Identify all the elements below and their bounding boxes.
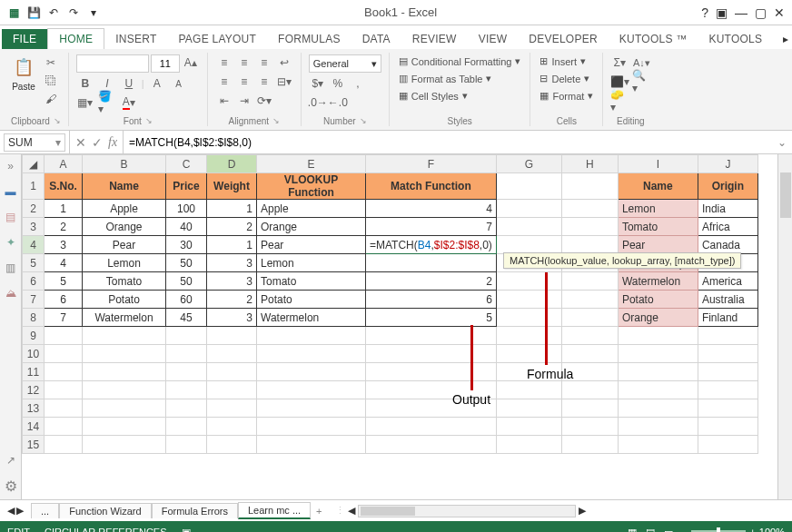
cell[interactable] xyxy=(207,436,257,454)
col-header-i[interactable]: I xyxy=(618,155,698,173)
cell[interactable]: 6 xyxy=(366,291,497,309)
cell[interactable]: 50 xyxy=(166,254,207,272)
cell[interactable] xyxy=(698,345,757,363)
sheet-tab-dots[interactable]: ... xyxy=(31,503,59,518)
number-format-select[interactable]: General▾ xyxy=(309,54,381,73)
comma-icon[interactable]: , xyxy=(349,75,367,92)
cell[interactable]: 60 xyxy=(166,291,207,309)
cell[interactable] xyxy=(83,345,166,363)
cell[interactable] xyxy=(166,363,207,381)
cell[interactable] xyxy=(257,436,366,454)
cell[interactable] xyxy=(561,236,618,254)
row-header[interactable]: 11 xyxy=(23,363,45,381)
cell[interactable] xyxy=(207,345,257,363)
cell[interactable] xyxy=(83,363,166,381)
grid[interactable]: ◢ A B C D E F G H I J 1 S.No. Name Price… xyxy=(22,154,792,499)
cell[interactable] xyxy=(561,291,618,309)
cell[interactable] xyxy=(166,399,207,418)
align-top-icon[interactable]: ≡ xyxy=(215,54,233,71)
cell[interactable] xyxy=(366,327,497,345)
vertical-scrollbar[interactable] xyxy=(777,154,792,499)
cell[interactable] xyxy=(166,345,207,363)
sheet-tab-formula-errors[interactable]: Formula Errors xyxy=(152,503,238,518)
sheet-tab-function-wizard[interactable]: Function Wizard xyxy=(59,503,151,518)
font-color-icon[interactable]: A▾ xyxy=(120,94,138,111)
cell[interactable]: Apple xyxy=(83,200,166,218)
name-box[interactable]: SUM▾ xyxy=(4,133,65,152)
indent-increase-icon[interactable]: ⇥ xyxy=(235,93,253,109)
cell[interactable] xyxy=(257,363,366,381)
cell[interactable]: =MATCH(B4,$I$2:$I$8,0) xyxy=(366,236,497,254)
col-header-a[interactable]: A xyxy=(45,155,83,173)
close-icon[interactable]: ✕ xyxy=(774,5,785,20)
cell[interactable] xyxy=(257,345,366,363)
font-grow-a-icon[interactable]: A xyxy=(148,75,166,92)
insert-cells-button[interactable]: ⊞Insert▾ xyxy=(538,54,588,68)
cell[interactable]: 3 xyxy=(207,254,257,272)
row-header[interactable]: 10 xyxy=(23,345,45,363)
cell[interactable] xyxy=(207,399,257,418)
tab-view[interactable]: VIEW xyxy=(468,29,519,49)
cell[interactable] xyxy=(561,309,618,327)
cell[interactable]: 100 xyxy=(166,200,207,218)
cell[interactable] xyxy=(207,381,257,399)
zoom-out-icon[interactable]: − xyxy=(682,527,688,532)
cell[interactable] xyxy=(496,327,561,345)
status-macro-icon[interactable]: ▣ xyxy=(182,527,191,533)
cell[interactable] xyxy=(366,418,497,436)
cell[interactable] xyxy=(698,363,757,381)
cell[interactable]: 1 xyxy=(207,200,257,218)
zoom-control[interactable]: − + 100% xyxy=(682,527,785,532)
format-as-table-button[interactable]: ▥Format as Table▾ xyxy=(397,72,494,85)
cell[interactable]: America xyxy=(698,272,757,291)
row-header[interactable]: 2 xyxy=(23,200,45,218)
cell[interactable] xyxy=(207,418,257,436)
cell[interactable] xyxy=(618,363,698,381)
side-expand-icon[interactable]: » xyxy=(3,158,19,174)
cell[interactable] xyxy=(496,236,561,254)
cell[interactable] xyxy=(698,418,757,436)
cell[interactable] xyxy=(166,381,207,399)
cell[interactable]: Price xyxy=(166,173,207,200)
cell[interactable] xyxy=(496,345,561,363)
cell[interactable]: Match Function xyxy=(366,173,497,200)
cell[interactable] xyxy=(561,272,618,291)
font-name-input[interactable] xyxy=(76,54,149,73)
row-header[interactable]: 5 xyxy=(23,254,45,272)
col-header-b[interactable]: B xyxy=(83,155,166,173)
cell[interactable] xyxy=(561,345,618,363)
tab-file[interactable]: FILE xyxy=(2,29,47,49)
formula-expand-icon[interactable]: ⌄ xyxy=(772,136,792,149)
cell[interactable]: Lemon xyxy=(83,254,166,272)
cell[interactable] xyxy=(257,381,366,399)
cell[interactable] xyxy=(366,254,497,272)
row-header[interactable]: 12 xyxy=(23,381,45,399)
cell[interactable]: Orange xyxy=(257,218,366,236)
cell[interactable] xyxy=(83,399,166,418)
tab-developer[interactable]: DEVELOPER xyxy=(518,29,609,49)
cell[interactable]: 45 xyxy=(166,309,207,327)
cell[interactable] xyxy=(366,345,497,363)
cell[interactable]: Orange xyxy=(618,309,698,327)
cell[interactable] xyxy=(257,399,366,418)
col-header-h[interactable]: H xyxy=(561,155,618,173)
cell[interactable] xyxy=(496,173,561,200)
cell[interactable]: 6 xyxy=(45,291,83,309)
row-header[interactable]: 1 xyxy=(23,173,45,200)
fill-color-icon[interactable]: 🪣▾ xyxy=(98,94,116,111)
cell[interactable]: 40 xyxy=(166,218,207,236)
cell[interactable] xyxy=(698,399,757,418)
align-right-icon[interactable]: ≡ xyxy=(255,74,273,90)
cell[interactable]: 5 xyxy=(45,272,83,291)
cell[interactable] xyxy=(618,436,698,454)
row-header[interactable]: 8 xyxy=(23,309,45,327)
cell[interactable]: 1 xyxy=(45,200,83,218)
cell[interactable] xyxy=(45,345,83,363)
tab-kutools[interactable]: KUTOOLS xyxy=(698,29,773,49)
font-size-input[interactable] xyxy=(151,54,180,73)
paste-icon[interactable]: 📋 xyxy=(11,54,36,80)
select-all[interactable]: ◢ xyxy=(23,155,45,173)
row-header[interactable]: 9 xyxy=(23,327,45,345)
cell[interactable]: 7 xyxy=(45,309,83,327)
autosum-icon[interactable]: Σ▾ xyxy=(610,54,629,71)
